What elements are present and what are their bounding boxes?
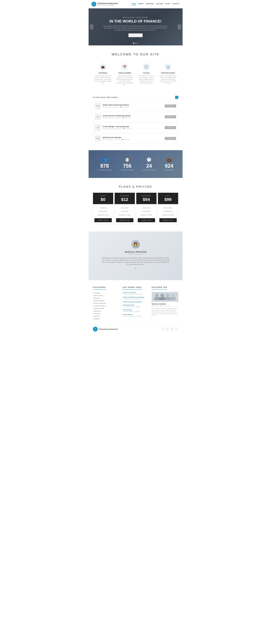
- featured-job-desc: We are looking for business consultants …: [152, 308, 178, 316]
- hero-subtitle: WE CAN BE YOUR GUIDE: [103, 17, 168, 18]
- view-details-button-2[interactable]: View Details: [165, 126, 176, 129]
- feature-title-3: Internal recruitment: [159, 72, 177, 74]
- jobs-list: FSPA Solution Sales Professionals Dynami…: [93, 101, 178, 143]
- last-job-title-4: Store Manager: [122, 309, 149, 310]
- google-icon[interactable]: g: [170, 328, 174, 331]
- job-meta-1: USA, Connecticut Full time Sep 09, 2015: [103, 117, 163, 118]
- stat-hours-number: 24: [142, 164, 156, 168]
- stat-employers: 💼 924 Employers: [164, 157, 174, 171]
- feature-sourcing: 💬 Sourcing Sourcing is the use of one or…: [136, 62, 157, 87]
- nav-gallery[interactable]: GALLERY: [156, 3, 163, 5]
- last-job-desc-1: This position will lead and manage our..…: [122, 298, 149, 300]
- view-details-button-0[interactable]: View Details: [165, 104, 176, 108]
- list-item: Admin & Clerical: [93, 294, 120, 297]
- svg-point-1: [155, 294, 159, 297]
- stat-hours-label: Hours Support: [142, 170, 156, 171]
- stat-employers-label: Employers: [164, 170, 174, 171]
- featured-type: Full time: [160, 305, 164, 307]
- plan-free-feat-0: 1 job postings: [94, 206, 112, 210]
- table-row: FSPA Solution Sales Professionals Dynami…: [93, 101, 178, 111]
- twitter-icon[interactable]: t: [162, 328, 164, 331]
- stat-clients: 👥 878 Satisfied Clients: [97, 157, 112, 171]
- svg-rect-7: [165, 297, 170, 300]
- hero-next-button[interactable]: ›: [178, 24, 181, 30]
- stat-projects: 📋 756 Projects Done: [121, 157, 134, 171]
- stat-clients-number: 878: [97, 164, 112, 168]
- plan-standard-price: $12: [116, 197, 134, 202]
- quote-icon: ”: [102, 268, 170, 272]
- list-item: Customer Service: [93, 307, 120, 310]
- feature-title-1: Temporary Staffing: [116, 72, 134, 74]
- footer-logo-icon: ✈: [93, 327, 98, 332]
- last-job-desc-4: Our store manager is on finding...: [122, 311, 149, 312]
- select-plan-maxi-button[interactable]: Select Plan: [159, 218, 177, 222]
- nav-contact[interactable]: CONTACT: [172, 3, 180, 5]
- select-plan-advanced-button[interactable]: Select Plan: [138, 218, 155, 222]
- stat-projects-label: Projects Done: [121, 170, 134, 171]
- projects-icon: 📋: [121, 157, 134, 162]
- testimonial-avatar: 👩: [131, 240, 140, 248]
- feature-icon-sourcing: 💬: [143, 63, 150, 70]
- feature-icon-temp-staffing: 📅: [121, 63, 128, 70]
- hero-content: WE CAN BE YOUR GUIDE IN THE WORLD OF FIN…: [88, 17, 182, 37]
- nav-home[interactable]: HOME: [132, 3, 136, 5]
- list-item: Accounting: [93, 292, 120, 294]
- stat-clients-label: Satisfied Clients: [97, 170, 112, 171]
- plan-maxi: MAXI $99 100 job postings 50 featured jo…: [158, 192, 178, 224]
- nav-blog[interactable]: BLOG: [166, 3, 170, 5]
- list-item: Government: [93, 312, 120, 315]
- svg-point-4: [171, 294, 175, 297]
- last-job-title-1: Safety & Reliability Group Manager: [122, 296, 149, 298]
- view-details-button-1[interactable]: View Details: [165, 115, 176, 118]
- nav-services[interactable]: SERVICES: [146, 3, 154, 5]
- feature-desc-3: Internal recruitment refers to the proce…: [159, 75, 177, 84]
- feature-desc-0: In situations where multiple new jobs ar…: [94, 75, 112, 84]
- list-item: Business Consultant It never actually sa…: [122, 292, 149, 295]
- job-logo-3: Senter: [95, 136, 101, 142]
- logo: ✈ Professional employment RECRUITING SEA…: [92, 2, 118, 6]
- view-details-button-3[interactable]: View Details: [165, 137, 176, 140]
- job-title-1: Creative Director for Mobile Development: [103, 115, 163, 116]
- list-item: Production Supervisor (62-647): [122, 301, 149, 303]
- feature-desc-2: Sourcing is the use of one or more strat…: [138, 75, 155, 84]
- hero-dot-1[interactable]: [133, 42, 134, 44]
- featured-heading: FEATURED JOB: [152, 286, 167, 290]
- hero-description: Every corporate human resources team is …: [103, 25, 168, 31]
- hero-dot-3[interactable]: [137, 42, 138, 44]
- testimonial-content: 👩 JESSICA PRISTON COMPANY NAME INC. I wi…: [102, 240, 170, 272]
- svg-rect-6: [160, 297, 165, 300]
- list-item: Contract & Freelance: [93, 305, 120, 307]
- categories-list: Accounting Admin & Clerical Automotive B…: [93, 292, 120, 320]
- pricing-heading: PLANS & PRICING: [93, 185, 178, 188]
- job-info-0: Solution Sales Professionals Dynamics US…: [103, 104, 163, 108]
- post-job-button[interactable]: POST A JOB: [128, 34, 143, 37]
- select-plan-standard-button[interactable]: Select Plan: [116, 218, 134, 222]
- plan-std-feat-2: Displayed for 20 days: [116, 213, 134, 217]
- nav-about[interactable]: ABOUT: [138, 3, 144, 5]
- table-row: FB Territory Manager - Food and Beverage…: [93, 123, 178, 132]
- stat-projects-number: 756: [121, 164, 134, 168]
- job-meta-2: USA, Pennsylvania Full time Sep 04, 2015: [103, 128, 163, 130]
- plan-adv-feat-1: 10 featured jobs: [138, 210, 155, 213]
- facebook-icon[interactable]: f: [175, 328, 178, 331]
- featured-job-image: [152, 292, 178, 302]
- testimonial-text: I will definitely use Professional emplo…: [102, 257, 170, 266]
- footer-categories: CATEGORIES Accounting Admin & Clerical A…: [93, 286, 120, 320]
- feature-icon-internal-recruit: 👔: [164, 63, 172, 70]
- select-plan-free-button[interactable]: Select Plan: [94, 218, 112, 222]
- plan-free-feat-2: Displayed for 10 days: [94, 213, 112, 217]
- linkedin-icon[interactable]: in: [166, 328, 169, 331]
- hero-dot-2[interactable]: [135, 42, 136, 44]
- hero-prev-button[interactable]: ‹: [90, 24, 94, 30]
- employers-icon: 💼: [164, 157, 174, 162]
- job-title-3: Quality Assurance Manager: [103, 137, 163, 138]
- features-grid: 💼 Job analysis In situations where multi…: [93, 62, 178, 87]
- header: ✈ Professional employment RECRUITING SEA…: [88, 0, 182, 8]
- footer-featured: FEATURED JOB Business Consultant New Yor…: [152, 286, 178, 320]
- list-item: Safety & Reliability Group Manager This …: [122, 296, 149, 300]
- footer-top: CATEGORIES Accounting Admin & Clerical A…: [88, 280, 182, 324]
- plan-maxi-body: 100 job postings 50 featured jobs Displa…: [158, 204, 178, 224]
- jobs-next-button[interactable]: ›: [175, 96, 178, 99]
- last-jobs-heading: LAST ADDED JOBS:: [122, 286, 142, 290]
- stat-employers-number: 924: [164, 164, 174, 168]
